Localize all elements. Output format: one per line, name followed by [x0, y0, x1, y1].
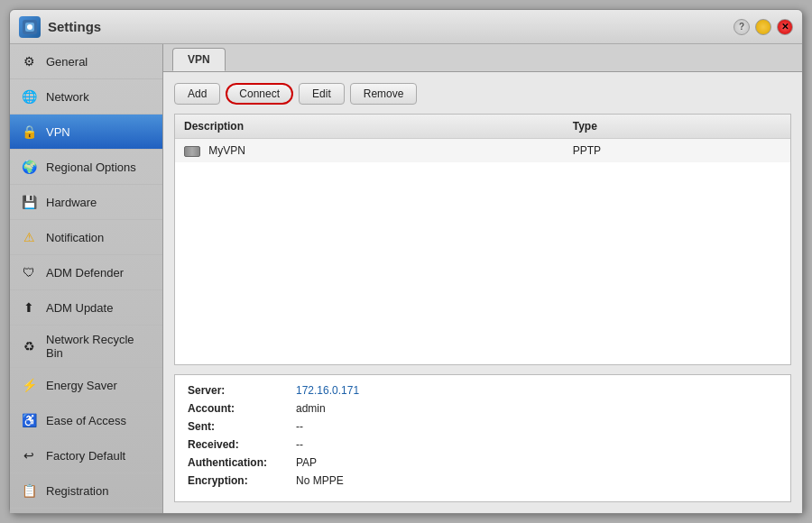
content-area: VPN Add Connect Edit Remove — [163, 44, 802, 513]
network-icon — [19, 87, 39, 106]
hardware-icon — [19, 192, 39, 212]
energy-icon — [19, 375, 39, 395]
ease-icon — [19, 410, 39, 430]
sidebar-label-hardware: Hardware — [46, 196, 97, 209]
connect-button[interactable]: Connect — [226, 83, 293, 105]
remove-button[interactable]: Remove — [350, 83, 418, 105]
auth-value: PAP — [296, 456, 317, 469]
window-title: Settings — [48, 19, 734, 34]
close-button[interactable]: ✕ — [777, 19, 793, 35]
server-label: Server: — [188, 384, 296, 397]
sidebar-label-notification: Notification — [46, 231, 104, 244]
vpn-details-panel: Server: 172.16.0.171 Account: admin Sent… — [174, 374, 791, 502]
sidebar-item-hardware[interactable]: Hardware — [10, 185, 162, 220]
detail-auth: Authentication: PAP — [188, 456, 778, 469]
sidebar-item-general[interactable]: General — [10, 44, 162, 79]
help-button[interactable]: ? — [734, 19, 750, 35]
sidebar-label-registration: Registration — [46, 484, 108, 498]
settings-window: Settings ? ✕ General Network VPN R — [9, 9, 803, 514]
defender-icon — [19, 262, 39, 282]
tab-vpn[interactable]: VPN — [172, 48, 226, 71]
add-button[interactable]: Add — [174, 83, 220, 105]
regional-icon — [19, 157, 39, 177]
sent-value: -- — [296, 420, 303, 433]
detail-server: Server: 172.16.0.171 — [188, 384, 778, 397]
update-icon — [19, 298, 39, 317]
sidebar-item-notification[interactable]: Notification — [10, 220, 162, 255]
app-icon — [19, 16, 41, 38]
detail-sent: Sent: -- — [188, 420, 778, 433]
sidebar-item-regional[interactable]: Regional Options — [10, 150, 162, 185]
detail-encryption: Encryption: No MPPE — [188, 474, 778, 487]
vpn-icon — [19, 122, 39, 142]
sidebar-label-adm-defender: ADM Defender — [46, 266, 124, 280]
svg-point-2 — [27, 24, 32, 30]
sidebar-item-ease-access[interactable]: Ease of Access — [10, 403, 162, 438]
auth-label: Authentication: — [188, 456, 296, 469]
sidebar-label-network: Network — [46, 90, 89, 104]
vpn-toolbar: Add Connect Edit Remove — [174, 83, 791, 105]
table-header-row: Description Type — [175, 115, 790, 139]
edit-button[interactable]: Edit — [299, 83, 345, 105]
vpn-entry-icon — [184, 146, 200, 157]
col-type: Type — [564, 115, 790, 139]
tab-bar: VPN — [163, 44, 802, 72]
received-label: Received: — [188, 438, 296, 451]
received-value: -- — [296, 438, 303, 451]
sidebar-label-adm-update: ADM Update — [46, 301, 113, 315]
titlebar: Settings ? ✕ — [10, 10, 802, 44]
minimize-button[interactable] — [755, 19, 771, 35]
factory-icon — [19, 445, 39, 465]
sidebar-item-vpn[interactable]: VPN — [10, 115, 162, 150]
sidebar-item-adm-update[interactable]: ADM Update — [10, 290, 162, 326]
registration-icon — [19, 481, 39, 500]
account-label: Account: — [188, 402, 296, 415]
account-value: admin — [296, 402, 326, 415]
panel: Add Connect Edit Remove Description Type — [163, 72, 802, 513]
detail-received: Received: -- — [188, 438, 778, 451]
notification-icon — [19, 227, 39, 247]
main-layout: General Network VPN Regional Options Har… — [10, 44, 802, 513]
encryption-value: No MPPE — [296, 474, 344, 487]
table-row[interactable]: MyVPN PPTP — [175, 139, 790, 163]
vpn-entry-name: MyVPN — [208, 144, 245, 157]
recycle-icon — [19, 336, 39, 356]
sent-label: Sent: — [188, 420, 296, 433]
sidebar-label-factory-default: Factory Default — [46, 449, 125, 463]
sidebar-label-network-recycle: Network Recycle Bin — [46, 333, 153, 360]
encryption-label: Encryption: — [188, 474, 296, 487]
sidebar-item-energy-saver[interactable]: Energy Saver — [10, 368, 162, 403]
sidebar-item-adm-defender[interactable]: ADM Defender — [10, 255, 162, 290]
server-value: 172.16.0.171 — [296, 384, 359, 397]
sidebar-item-registration[interactable]: Registration — [10, 473, 162, 509]
sidebar-label-regional: Regional Options — [46, 161, 136, 174]
window-controls: ? ✕ — [734, 19, 793, 35]
sidebar-item-network-recycle[interactable]: Network Recycle Bin — [10, 326, 162, 368]
vpn-table-wrapper: Description Type MyVPN — [174, 114, 791, 365]
sidebar-label-general: General — [46, 55, 88, 69]
gear-icon — [19, 51, 39, 71]
vpn-table-container[interactable]: Description Type MyVPN — [174, 114, 791, 365]
vpn-table: Description Type MyVPN — [175, 115, 790, 162]
detail-account: Account: admin — [188, 402, 778, 415]
sidebar-item-network[interactable]: Network — [10, 79, 162, 115]
sidebar-label-vpn: VPN — [46, 125, 70, 139]
row-description-cell: MyVPN — [175, 139, 564, 163]
sidebar-item-factory-default[interactable]: Factory Default — [10, 438, 162, 473]
sidebar-label-ease-access: Ease of Access — [46, 414, 126, 427]
sidebar-label-energy-saver: Energy Saver — [46, 379, 117, 392]
col-description: Description — [175, 115, 564, 139]
row-type-cell: PPTP — [564, 139, 790, 163]
sidebar: General Network VPN Regional Options Har… — [10, 44, 163, 513]
